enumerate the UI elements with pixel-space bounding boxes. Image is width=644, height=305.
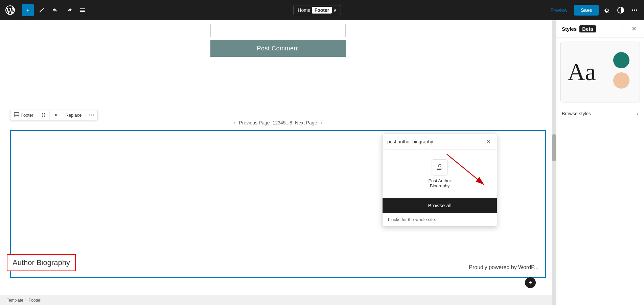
block-move-updown[interactable] — [50, 110, 62, 120]
preview-button[interactable]: Preview — [547, 5, 572, 15]
toolbar-right: Preview Save — [547, 4, 640, 16]
svg-rect-2 — [80, 11, 85, 12]
prev-page-link[interactable]: ← Previous Page — [233, 120, 270, 125]
svg-point-11 — [42, 116, 43, 117]
svg-rect-1 — [80, 10, 85, 10]
svg-rect-8 — [14, 113, 19, 115]
block-icon — [432, 159, 448, 175]
toolbar-center: Home Footer ∨ — [91, 5, 544, 15]
save-button[interactable]: Save — [574, 5, 599, 16]
breadcrumb-sep: › — [25, 298, 27, 303]
svg-point-12 — [44, 113, 45, 114]
svg-point-15 — [89, 115, 90, 116]
block-search-header: ✕ — [383, 134, 497, 150]
svg-rect-21 — [437, 168, 443, 168]
comment-input[interactable] — [210, 24, 346, 37]
browse-styles-row[interactable]: Browse styles › — [556, 107, 644, 121]
add-block-in-footer[interactable]: + — [525, 277, 536, 288]
svg-rect-7 — [14, 116, 19, 117]
svg-point-9 — [42, 113, 43, 114]
svg-point-16 — [91, 115, 92, 116]
svg-rect-22 — [437, 169, 441, 170]
page-numbers: 12345...8 — [273, 120, 292, 125]
pagination: ← Previous Page 12345...8 Next Page → — [233, 120, 323, 125]
styles-close-button[interactable]: ✕ — [629, 24, 639, 33]
svg-point-10 — [42, 115, 43, 116]
block-search-close[interactable]: ✕ — [484, 138, 492, 145]
browse-all-bar[interactable]: Browse all — [383, 198, 497, 213]
post-comment-button[interactable]: Post Comment — [210, 40, 346, 57]
svg-point-14 — [44, 116, 45, 117]
footer-block-label: Footer — [21, 113, 33, 118]
chevron-right-icon: › — [637, 111, 639, 117]
drag-handle[interactable] — [37, 110, 50, 120]
panel-bottom-text: blocks for the whole site. — [383, 213, 497, 226]
svg-point-20 — [438, 164, 441, 167]
add-block-button[interactable]: + — [22, 4, 34, 16]
author-biography-block[interactable]: Author Biography — [7, 254, 76, 271]
replace-button[interactable]: Replace — [62, 111, 86, 120]
style-preview-card[interactable]: Aa — [560, 42, 640, 102]
styles-header-buttons: ⋮ ✕ — [618, 24, 639, 33]
block-search-popup: ✕ Post AuthorBiography Browse all blo — [382, 134, 497, 227]
beta-badge: Beta — [579, 25, 596, 32]
breadcrumb-template[interactable]: Template — [7, 298, 23, 303]
svg-rect-0 — [80, 8, 85, 9]
color-dot-peach — [613, 72, 629, 89]
block-search-results: Post AuthorBiography — [383, 150, 497, 198]
comment-area: Post Comment — [210, 24, 346, 57]
redo-button[interactable] — [64, 5, 74, 16]
styles-title: Styles Beta — [562, 25, 596, 32]
block-toolbar: Footer Replace — [10, 110, 98, 120]
more-options-button[interactable] — [629, 5, 640, 16]
style-aa-text: Aa — [568, 60, 596, 84]
breadcrumb-footer: Template › Footer — [0, 295, 556, 305]
contrast-button[interactable] — [615, 4, 626, 16]
block-search-input[interactable] — [387, 139, 484, 144]
styles-panel: Styles Beta ⋮ ✕ Aa Browse styles › — [556, 20, 644, 305]
footer-icon-btn[interactable]: Footer — [10, 110, 37, 120]
svg-point-6 — [636, 9, 637, 11]
scrollbar[interactable] — [552, 20, 556, 305]
scrollbar-thumb[interactable] — [552, 134, 556, 161]
undo-button[interactable] — [50, 5, 61, 16]
styles-more-button[interactable]: ⋮ — [618, 24, 628, 33]
edit-button[interactable] — [37, 5, 47, 16]
breadcrumb-toolbar[interactable]: Home Footer ∨ — [293, 5, 341, 15]
svg-point-4 — [632, 9, 633, 11]
main-toolbar: + Home Footer ∨ Preview Save — [0, 0, 644, 20]
breadcrumb-footer-item[interactable]: Footer — [29, 298, 41, 303]
browse-styles-label: Browse styles — [562, 111, 591, 116]
list-view-button[interactable] — [77, 5, 88, 16]
svg-point-13 — [44, 115, 45, 116]
styles-title-text: Styles — [562, 26, 577, 32]
settings-button[interactable] — [601, 5, 612, 16]
powered-by: Proudly powered by WordP... — [469, 264, 538, 271]
next-page-link[interactable]: Next Page → — [295, 120, 323, 125]
svg-point-17 — [93, 115, 94, 116]
style-preview-inner: Aa — [561, 42, 640, 102]
post-author-biography-block[interactable]: Post AuthorBiography — [424, 155, 455, 192]
styles-panel-header: Styles Beta ⋮ ✕ — [556, 20, 644, 38]
more-block-options[interactable] — [85, 110, 97, 120]
color-dot-teal — [613, 52, 629, 68]
wp-logo[interactable] — [4, 4, 16, 16]
svg-point-5 — [634, 9, 635, 11]
block-result-label: Post AuthorBiography — [428, 178, 451, 188]
